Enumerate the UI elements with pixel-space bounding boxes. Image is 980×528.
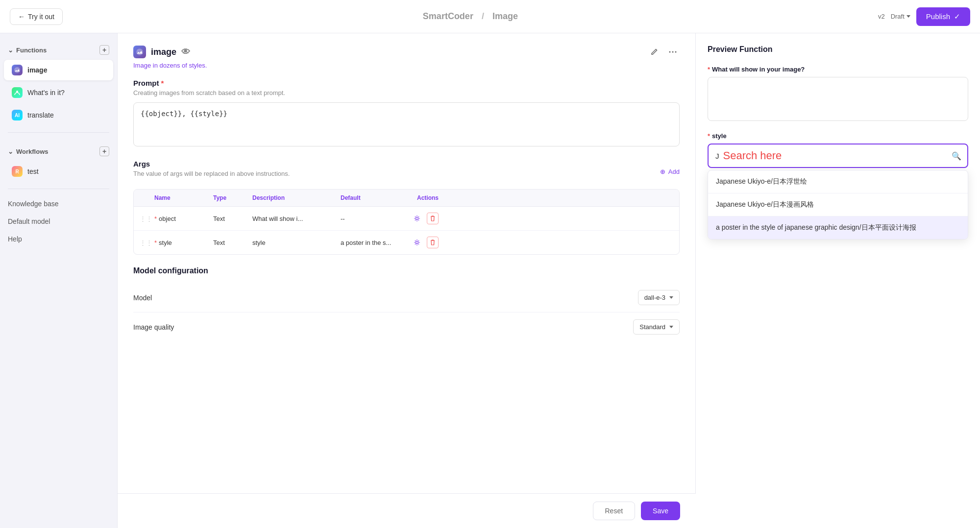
workflows-section-header[interactable]: ⌄ Workflows +: [0, 143, 117, 160]
arg-desc-object: What will show i...: [252, 215, 341, 222]
header-right: v2 Draft Publish ✓: [878, 7, 970, 26]
workflows-title: ⌄ Workflows: [8, 148, 49, 155]
dropdown-item-manga[interactable]: Japanese Ukiyo-e/日本漫画风格: [708, 193, 968, 216]
add-arg-button[interactable]: ⊕ Add: [660, 168, 680, 175]
add-workflow-button[interactable]: +: [99, 146, 109, 156]
svg-point-3: [669, 51, 671, 53]
arg-delete-button[interactable]: [427, 213, 439, 224]
args-table: Name Type Description Default Actions ⋮⋮…: [133, 189, 680, 255]
function-title-group: image 👁: [133, 46, 190, 58]
sidebar-divider-2: [8, 189, 109, 189]
sidebar-item-default-model[interactable]: Default model: [0, 213, 117, 230]
search-input-letter: J: [709, 147, 723, 165]
image-function-label: image: [27, 66, 47, 74]
title-sub: Image: [492, 11, 518, 21]
function-actions: [647, 45, 680, 59]
arg-required-star-2: *: [154, 239, 157, 246]
default-model-label: Default model: [8, 217, 50, 225]
model-value: dall-e-3: [644, 294, 665, 301]
arg-delete-button-2[interactable]: [427, 237, 439, 248]
args-label: Args: [133, 160, 290, 168]
dropdown-item-label-3: a poster in the style of japanese graphi…: [716, 223, 916, 231]
function-header: image 👁: [133, 45, 680, 59]
content-area: image 👁 Image in dozens of styl: [118, 33, 980, 528]
quality-select[interactable]: Standard: [633, 319, 680, 335]
more-options-icon[interactable]: [666, 45, 680, 59]
test-workflow-label: test: [27, 168, 39, 175]
sidebar-item-test[interactable]: R test: [4, 161, 113, 182]
svg-point-5: [675, 51, 677, 53]
arg-name-style: * style: [154, 239, 213, 246]
sidebar-item-knowledge-base[interactable]: Knowledge base: [0, 195, 117, 213]
title-separator: /: [482, 11, 484, 21]
arg-actions-object: [399, 213, 439, 224]
style-field-label: * style: [708, 132, 968, 140]
edit-icon[interactable]: [647, 45, 661, 59]
add-function-button[interactable]: +: [99, 45, 109, 55]
sidebar-item-translate[interactable]: AI translate: [4, 105, 113, 125]
functions-label: Functions: [16, 47, 47, 54]
eye-icon[interactable]: 👁: [181, 47, 190, 57]
image-question-textarea[interactable]: [708, 77, 968, 121]
function-name: image: [151, 47, 176, 57]
main-layout: ⌄ Functions + image What's in it? AI tra…: [0, 33, 980, 528]
args-header: Args The value of args will be replaced …: [133, 160, 680, 183]
sidebar-item-help[interactable]: Help: [0, 230, 117, 248]
arg-default-style: a poster in the s...: [341, 239, 399, 246]
dropdown-item-ukiyo-e[interactable]: Japanese Ukiyo-e/日本浮世绘: [708, 170, 968, 193]
reset-button[interactable]: Reset: [593, 502, 636, 520]
workflows-chevron-icon: ⌄: [8, 148, 13, 155]
functions-section-header[interactable]: ⌄ Functions +: [0, 41, 117, 59]
style-dropdown-list: Japanese Ukiyo-e/日本浮世绘 Japanese Ukiyo-e/…: [708, 170, 968, 240]
args-table-header: Name Type Description Default Actions: [134, 190, 679, 207]
model-select[interactable]: dall-e-3: [638, 290, 680, 305]
arg-name-object: * object: [154, 215, 213, 222]
test-workflow-icon: R: [12, 166, 23, 177]
draft-selector[interactable]: Draft: [891, 13, 910, 20]
args-label-text: Args: [133, 160, 150, 168]
col-type: Type: [213, 194, 252, 201]
quality-row: Image quality Standard: [133, 312, 680, 341]
svg-point-2: [136, 48, 143, 55]
style-search-input-wrapper[interactable]: J Search here 🔍: [708, 144, 968, 168]
quality-chevron-icon: [669, 326, 673, 328]
version-label: v2: [878, 13, 885, 20]
dropdown-item-label: Japanese Ukiyo-e/日本浮世绘: [716, 177, 807, 185]
middle-panel-wrapper: image 👁 Image in dozens of styl: [118, 33, 696, 528]
publish-checkmark-icon: ✓: [954, 12, 960, 21]
drag-handle-icon-2[interactable]: ⋮⋮: [140, 239, 154, 246]
try-it-out-button[interactable]: ← Try it out: [10, 8, 63, 25]
svg-point-4: [672, 51, 674, 53]
arg-actions-style: [399, 237, 439, 248]
save-button[interactable]: Save: [641, 502, 680, 520]
arg-required-star: *: [154, 215, 157, 222]
bottom-actions: Reset Save: [118, 493, 696, 528]
title-main: SmartCoder: [423, 11, 473, 21]
arg-type-style: Text: [213, 239, 252, 246]
help-label: Help: [8, 235, 22, 243]
translate-label: translate: [27, 111, 54, 119]
style-required-star: *: [708, 132, 710, 140]
dropdown-item-poster[interactable]: a poster in the style of japanese graphi…: [708, 216, 968, 239]
svg-point-6: [416, 217, 418, 220]
middle-panel-inner: image 👁 Image in dozens of styl: [118, 33, 695, 353]
publish-button[interactable]: Publish ✓: [916, 7, 970, 26]
style-label-text: style: [712, 132, 727, 140]
search-icon: 🔍: [946, 151, 967, 161]
sidebar-item-image[interactable]: image: [4, 60, 113, 80]
add-icon-symbol: ⊕: [660, 168, 665, 175]
quality-label: Image quality: [133, 323, 174, 331]
sidebar-item-whats-in-it[interactable]: What's in it?: [4, 82, 113, 103]
image-function-icon: [12, 65, 23, 75]
functions-title: ⌄ Functions: [8, 47, 47, 54]
arg-settings-button-2[interactable]: [411, 237, 423, 248]
drag-handle-icon[interactable]: ⋮⋮: [140, 215, 154, 222]
try-it-out-label: Try it out: [28, 13, 54, 21]
prompt-textarea[interactable]: {{object}}, {{style}}: [133, 102, 680, 146]
svg-point-7: [416, 241, 418, 244]
arg-settings-button[interactable]: [411, 213, 423, 224]
translate-icon: AI: [12, 110, 23, 120]
dropdown-item-label-2: Japanese Ukiyo-e/日本漫画风格: [716, 200, 814, 208]
arg-name-text-2: style: [159, 239, 172, 246]
image-question-label: * What will show in your image?: [708, 66, 968, 73]
